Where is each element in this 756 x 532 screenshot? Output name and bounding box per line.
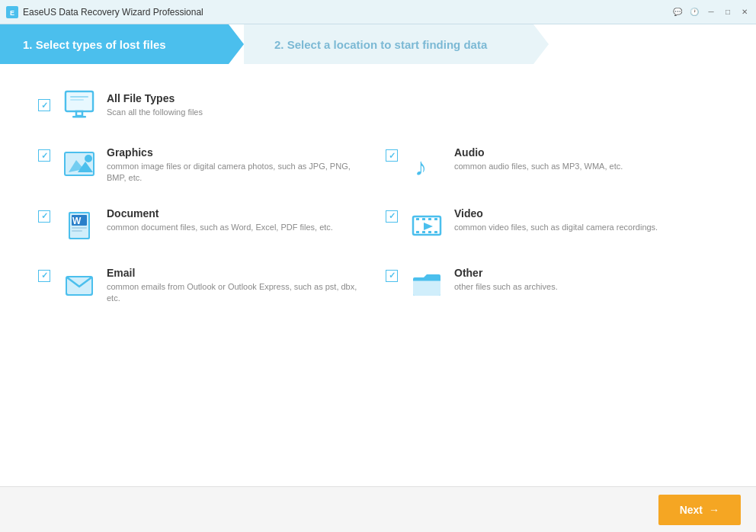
svg-text:W: W xyxy=(72,216,82,226)
title-bar-left: E EaseUS Data Recovery Wizard Profession… xyxy=(6,6,203,18)
email-desc: common emails from Outlook or Outlook Ex… xyxy=(107,281,370,305)
graphics-desc: common image files or digital camera pho… xyxy=(107,161,370,184)
wizard-header: 1. Select types of lost files 2. Select … xyxy=(0,24,756,64)
svg-rect-25 xyxy=(422,231,425,233)
svg-rect-24 xyxy=(416,231,419,233)
email-title: Email xyxy=(107,267,370,279)
svg-text:♪: ♪ xyxy=(415,153,427,181)
svg-point-11 xyxy=(85,155,92,162)
svg-rect-23 xyxy=(434,218,437,220)
file-types-grid: Graphics common image files or digital c… xyxy=(38,146,718,305)
svg-rect-20 xyxy=(416,218,419,220)
svg-rect-4 xyxy=(76,111,82,116)
maximize-icon[interactable]: □ xyxy=(722,7,733,18)
file-type-item-graphics: Graphics common image files or digital c… xyxy=(38,146,370,184)
app-icon: E xyxy=(6,6,18,18)
wizard-step-2-label: 2. Select a location to start finding da… xyxy=(274,38,487,51)
video-title: Video xyxy=(454,207,658,220)
minimize-icon[interactable]: ─ xyxy=(706,7,716,18)
close-icon[interactable]: ✕ xyxy=(739,7,750,18)
video-checkbox[interactable] xyxy=(386,210,398,223)
svg-rect-17 xyxy=(72,227,87,229)
svg-rect-5 xyxy=(72,116,86,118)
document-info: Document common document files, such as … xyxy=(107,207,333,233)
svg-rect-6 xyxy=(70,96,88,98)
svg-text:E: E xyxy=(10,9,14,17)
video-desc: common video files, such as digital came… xyxy=(454,222,658,233)
bottom-bar: Next → xyxy=(0,486,756,532)
svg-marker-28 xyxy=(424,223,433,230)
wizard-step-2: 2. Select a location to start finding da… xyxy=(244,24,549,64)
other-checkbox[interactable] xyxy=(386,270,398,282)
document-desc: common document files, such as Word, Exc… xyxy=(107,222,333,233)
graphics-title: Graphics xyxy=(107,146,370,159)
other-icon xyxy=(408,267,445,303)
email-info: Email common emails from Outlook or Outl… xyxy=(107,267,370,305)
other-desc: other files such as archives. xyxy=(454,281,558,293)
all-file-types-checkbox[interactable] xyxy=(38,99,50,111)
file-type-item-other: Other other files such as archives. xyxy=(386,267,718,305)
svg-rect-27 xyxy=(434,231,437,233)
graphics-checkbox[interactable] xyxy=(38,149,50,162)
other-title: Other xyxy=(454,267,558,279)
title-bar: E EaseUS Data Recovery Wizard Profession… xyxy=(0,0,756,24)
email-icon xyxy=(61,267,98,303)
next-button[interactable]: Next → xyxy=(658,495,741,525)
video-info: Video common video files, such as digita… xyxy=(454,207,658,233)
chat-icon[interactable]: 💬 xyxy=(672,7,683,18)
svg-rect-18 xyxy=(72,230,82,232)
file-type-item-document: W Document common document files, such a… xyxy=(38,207,370,244)
audio-icon: ♪ xyxy=(408,146,445,183)
audio-title: Audio xyxy=(454,146,623,159)
file-type-item-video: Video common video files, such as digita… xyxy=(386,207,718,244)
wizard-step-1-label: 1. Select types of lost files xyxy=(23,38,166,51)
graphics-icon xyxy=(61,146,98,183)
svg-rect-21 xyxy=(422,218,425,220)
svg-rect-3 xyxy=(67,93,91,110)
title-bar-controls: 💬 🕐 ─ □ ✕ xyxy=(672,7,750,18)
file-type-item-email: Email common emails from Outlook or Outl… xyxy=(38,267,370,305)
audio-checkbox[interactable] xyxy=(386,149,398,162)
svg-rect-7 xyxy=(70,99,84,101)
file-type-item-audio: ♪ Audio common audio files, such as MP3,… xyxy=(386,146,718,184)
audio-info: Audio common audio files, such as MP3, W… xyxy=(454,146,623,172)
wizard-step-1: 1. Select types of lost files xyxy=(0,24,244,64)
all-file-types-title: All File Types xyxy=(107,92,203,104)
document-icon: W xyxy=(61,207,98,244)
svg-rect-22 xyxy=(428,218,431,220)
document-title: Document xyxy=(107,207,333,220)
next-arrow-icon: → xyxy=(709,504,719,516)
audio-desc: common audio files, such as MP3, WMA, et… xyxy=(454,161,623,172)
email-checkbox[interactable] xyxy=(38,270,50,282)
all-file-types-desc: Scan all the following files xyxy=(107,107,203,118)
main-content: All File Types Scan all the following fi… xyxy=(0,64,756,486)
all-file-types-row: All File Types Scan all the following fi… xyxy=(38,87,718,123)
document-checkbox[interactable] xyxy=(38,210,50,223)
monitor-icon xyxy=(61,87,98,123)
all-file-types-info: All File Types Scan all the following fi… xyxy=(107,92,203,118)
graphics-info: Graphics common image files or digital c… xyxy=(107,146,370,184)
other-info: Other other files such as archives. xyxy=(454,267,558,293)
svg-rect-26 xyxy=(428,231,431,233)
history-icon[interactable]: 🕐 xyxy=(689,7,700,18)
app-title: EaseUS Data Recovery Wizard Professional xyxy=(23,7,203,18)
video-icon xyxy=(408,207,445,244)
